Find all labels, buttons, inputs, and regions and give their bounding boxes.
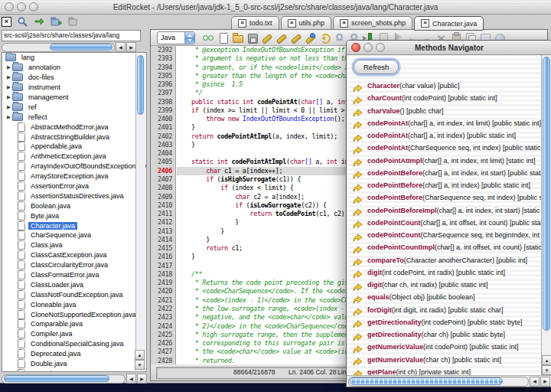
tree-item-doc-files[interactable]: ▶doc-files — [2, 73, 146, 83]
scroll-down-icon[interactable]: ▼ — [542, 365, 551, 375]
close-sidebar-icon[interactable]: × — [2, 17, 11, 27]
close-tab-icon[interactable]: × — [288, 19, 296, 28]
tab-screen-shots-php[interactable]: ×screen_shots.php — [333, 16, 412, 30]
tree-item-classcircularityerror-java[interactable]: ClassCircularityError.java — [2, 260, 146, 270]
method-item-getnumericvalue[interactable]: getNumericValue(int codePoint) [public s… — [351, 341, 542, 353]
tree-item-conditionalspecialcasing-java[interactable]: ConditionalSpecialCasing.java — [2, 339, 146, 349]
refresh-button[interactable]: Refresh — [354, 60, 399, 74]
chevron-right-icon[interactable]: ▶ — [7, 105, 12, 110]
code-link-icon[interactable] — [203, 32, 214, 44]
tree-item-compiler-java[interactable]: Compiler.java — [2, 329, 146, 339]
scroll-thumb[interactable] — [50, 44, 112, 51]
scroll-down-icon[interactable]: ▼ — [135, 360, 145, 370]
method-item-getdirectionality[interactable]: getDirectionality(int codePoint) [public… — [351, 316, 542, 328]
tree-item-enum-java[interactable]: Enum.java — [2, 369, 146, 373]
main-titlebar[interactable]: EditRocket - /Users/user/java/jdk-1_5_0-… — [0, 0, 551, 15]
tree-item-clonenotsupportedexception-java[interactable]: CloneNotSupportedException.java — [2, 309, 146, 319]
scroll-thumb[interactable] — [350, 377, 503, 385]
tree-item-arithmeticexception-java[interactable]: ArithmeticException.java — [2, 152, 146, 162]
scroll-track[interactable] — [348, 377, 529, 387]
scroll-up-icon[interactable]: ▲ — [542, 355, 551, 365]
close-tab-icon[interactable]: × — [421, 19, 429, 28]
find-next-icon[interactable] — [290, 32, 302, 44]
tree-item-classloader-java[interactable]: ClassLoader.java — [2, 279, 146, 289]
tree-item-abstractstringbuilder-java[interactable]: AbstractStringBuilder.java — [2, 132, 146, 142]
tree-item-charsequence-java[interactable]: CharSequence.java — [2, 230, 146, 240]
uppercase-icon[interactable]: Ω — [334, 32, 345, 44]
tree-item-assertionerror-java[interactable]: AssertionError.java — [2, 181, 146, 191]
method-item-codepointat[interactable]: codePointAt(char[] a, int index, int lim… — [351, 117, 542, 129]
minimize-window-icon[interactable] — [17, 2, 26, 11]
method-item-codepointat[interactable]: codePointAt(CharSequence seq, int index)… — [351, 142, 542, 154]
method-item-codepointbeforeimpl[interactable]: codePointBeforeImpl(char[] a, int index,… — [351, 204, 542, 217]
chevron-right-icon[interactable]: ▶ — [7, 95, 12, 100]
method-item-codepointbefore[interactable]: codePointBefore(CharSequence seq, int in… — [351, 191, 542, 204]
tab-character-java[interactable]: ×Character.java — [414, 16, 484, 31]
close-window-icon[interactable] — [5, 2, 14, 11]
scroll-right-icon[interactable]: ▶ — [137, 374, 147, 384]
scroll-track[interactable] — [2, 43, 115, 52]
tree-item-classformaterror-java[interactable]: ClassFormatError.java — [2, 270, 146, 280]
tree-item-ref[interactable]: ▶ref — [2, 102, 146, 112]
method-item-codepointcountimpl[interactable]: codePointCountImpl(char[] a, int offset,… — [351, 241, 542, 253]
tree-item-annotation[interactable]: ▶annotation — [2, 63, 146, 73]
save-icon[interactable] — [246, 32, 258, 44]
chevron-right-icon[interactable]: ▶ — [7, 85, 12, 90]
tree-item-double-java[interactable]: Double.java — [2, 359, 146, 369]
tree-item-instrument[interactable]: ▶instrument — [2, 83, 146, 93]
navigator-vertical-scrollbar[interactable] — [541, 55, 551, 375]
language-select[interactable]: Java — [157, 31, 195, 44]
method-item-codepointatimpl[interactable]: codePointAtImpl(char[] a, int index, int… — [351, 155, 542, 167]
tree-item-assertionstatusdirectives-java[interactable]: AssertionStatusDirectives.java — [2, 191, 146, 201]
tree-item-arrayindexoutofboundsexception-java[interactable]: ArrayIndexOutOfBoundsException.java — [2, 162, 146, 172]
method-item-digit[interactable]: digit(int codePoint, int radix) [public … — [351, 266, 542, 279]
method-item-compareto[interactable]: compareTo(Character anotherCharacter) [p… — [351, 254, 542, 266]
tree-item-byte-java[interactable]: Byte.java — [2, 211, 146, 220]
tree-item-comparable-java[interactable]: Comparable.java — [2, 319, 146, 329]
tree-item-appendable-java[interactable]: Appendable.java — [2, 142, 146, 152]
sync-directory-icon[interactable] — [67, 16, 79, 28]
close-tab-icon[interactable]: × — [238, 19, 246, 28]
method-item-fordigit[interactable]: forDigit(int digit, int radix) [public s… — [351, 304, 542, 316]
scroll-track[interactable] — [2, 374, 126, 384]
tree-item-class-java[interactable]: Class.java — [2, 240, 146, 250]
tree-item-classnotfoundexception-java[interactable]: ClassNotFoundException.java — [2, 289, 146, 299]
tree-vertical-scrollbar[interactable]: ▲ ▼ — [135, 54, 145, 371]
chevron-right-icon[interactable]: ▶ — [7, 65, 12, 70]
tree-item-reflect[interactable]: ▶reflect — [2, 112, 146, 122]
method-item-character[interactable]: Character(char value) [public] — [351, 80, 542, 92]
navigator-horizontal-scrollbar[interactable]: ◀ ▶ — [347, 375, 551, 387]
scroll-thumb[interactable] — [4, 375, 109, 382]
search-in-files-icon[interactable] — [305, 32, 316, 44]
goto-line-icon[interactable] — [319, 32, 331, 44]
tree-item-classcastexception-java[interactable]: ClassCastException.java — [2, 250, 146, 260]
tab-utils-php[interactable]: ×utils.php — [281, 16, 332, 30]
navigator-titlebar[interactable]: Methods Navigator — [347, 41, 551, 55]
find-icon[interactable] — [261, 32, 272, 44]
close-tab-icon[interactable]: × — [340, 19, 348, 28]
search-files-icon[interactable] — [17, 16, 28, 28]
refresh-tree-icon[interactable] — [34, 16, 45, 28]
scroll-left-icon[interactable]: ◀ — [530, 377, 540, 387]
tree-item-cloneable-java[interactable]: Cloneable.java — [2, 299, 146, 309]
method-item-codepointbefore[interactable]: codePointBefore(char[] a, int index, int… — [351, 167, 542, 179]
scroll-thumb[interactable] — [543, 57, 550, 331]
method-item-codepointbefore[interactable]: codePointBefore(char[] a, int index) [pu… — [351, 179, 542, 191]
tree-item-character-java[interactable]: Character.java — [2, 220, 146, 230]
open-file-icon[interactable] — [232, 32, 243, 44]
method-item-charvalue[interactable]: charValue() [public char] — [351, 105, 542, 117]
add-directory-icon[interactable] — [51, 16, 62, 28]
method-item-digit[interactable]: digit(char ch, int radix) [public static… — [351, 279, 542, 291]
tree-item-deprecated-java[interactable]: Deprecated.java — [2, 349, 146, 359]
scroll-thumb[interactable] — [137, 55, 144, 115]
scroll-right-icon[interactable]: ▶ — [126, 42, 136, 52]
method-item-equals[interactable]: equals(Object obj) [public boolean] — [351, 291, 542, 303]
find-replace-icon[interactable] — [276, 32, 287, 44]
method-item-getdirectionality[interactable]: getDirectionality(char ch) [public stati… — [351, 328, 542, 341]
method-item-codepointcount[interactable]: codePointCount(CharSequence seq, int beg… — [351, 229, 542, 241]
method-item-getnumericvalue[interactable]: getNumericValue(char ch) [public static … — [351, 354, 542, 366]
tree-item-management[interactable]: ▶management — [2, 93, 146, 103]
scroll-up-icon[interactable]: ▲ — [135, 350, 145, 360]
zoom-window-icon[interactable] — [29, 2, 38, 11]
tree-item-arraystoreexception-java[interactable]: ArrayStoreException.java — [2, 172, 146, 181]
